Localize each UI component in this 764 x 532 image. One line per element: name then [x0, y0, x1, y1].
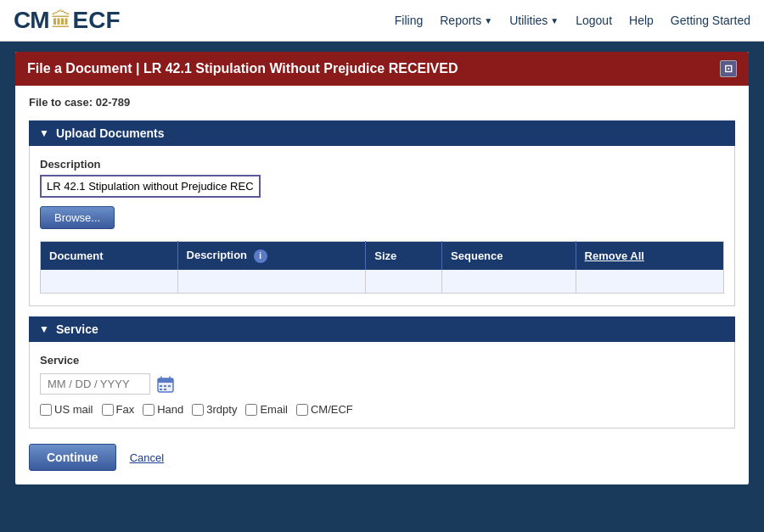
email-group: Email	[245, 403, 288, 416]
cm-ecf-checkbox[interactable]	[296, 404, 308, 416]
documents-table: Document Description i Size Sequence Rem…	[40, 241, 724, 294]
service-toggle-icon[interactable]: ▼	[39, 323, 49, 335]
remove-all-link[interactable]: Remove All	[585, 249, 644, 262]
nav-help[interactable]: Help	[629, 14, 654, 27]
us-mail-checkbox[interactable]	[40, 404, 52, 416]
seq-cell	[442, 270, 576, 294]
dialog-expand-button[interactable]: ⊡	[720, 60, 737, 77]
nav-utilities[interactable]: Utilities ▼	[509, 14, 559, 27]
nav-filing[interactable]: Filing	[395, 14, 423, 27]
3rdpty-group: 3rdpty	[192, 403, 237, 416]
svg-rect-7	[160, 389, 162, 390]
cm-ecf-group: CM/ECF	[296, 403, 353, 416]
3rdpty-checkbox[interactable]	[192, 404, 204, 416]
cancel-link[interactable]: Cancel	[130, 451, 164, 464]
svg-rect-4	[160, 385, 162, 387]
service-section-title: Service	[56, 322, 98, 336]
table-empty-row	[41, 270, 724, 294]
svg-rect-8	[164, 389, 166, 390]
logo-building-icon: 🏛	[51, 8, 71, 32]
table-header-row: Document Description i Size Sequence Rem…	[41, 242, 724, 270]
svg-rect-6	[168, 385, 171, 387]
logo: CM 🏛 ECF	[14, 7, 121, 34]
service-field-label: Service	[40, 354, 724, 367]
upload-section-title: Upload Documents	[56, 126, 165, 140]
nav-logout[interactable]: Logout	[576, 14, 612, 27]
logo-ecf-text: ECF	[73, 7, 121, 34]
svg-rect-5	[164, 385, 166, 387]
service-checkboxes: US mail Fax Hand 3rdpty	[40, 403, 724, 416]
email-label: Email	[260, 403, 288, 416]
dialog-box: File a Document | LR 42.1 Stipulation Wi…	[14, 50, 750, 486]
nav-getting-started[interactable]: Getting Started	[671, 14, 750, 27]
service-section: ▼ Service Service	[29, 316, 735, 428]
fax-checkbox[interactable]	[102, 404, 114, 416]
description-input[interactable]	[40, 175, 261, 198]
dialog-title: File a Document | LR 42.1 Stipulation Wi…	[27, 61, 458, 76]
date-row	[40, 373, 724, 395]
nav-links: Filing Reports ▼ Utilities ▼ Logout Help…	[395, 14, 750, 27]
nav-reports[interactable]: Reports ▼	[440, 14, 492, 27]
continue-button[interactable]: Continue	[29, 444, 116, 471]
hand-group: Hand	[143, 403, 183, 416]
col-document: Document	[41, 242, 178, 270]
col-remove-all: Remove All	[576, 242, 723, 270]
browse-button[interactable]: Browse...	[40, 206, 115, 229]
file-to-case: File to case: 02-789	[29, 96, 735, 109]
calendar-icon[interactable]	[155, 374, 176, 395]
description-label: Description	[40, 158, 724, 171]
dialog-title-bar: File a Document | LR 42.1 Stipulation Wi…	[15, 52, 749, 86]
upload-documents-section: ▼ Upload Documents Description Browse...…	[29, 120, 735, 306]
utilities-dropdown-arrow: ▼	[550, 16, 559, 25]
bottom-buttons: Continue Cancel	[29, 440, 735, 471]
fax-label: Fax	[116, 403, 135, 416]
fax-group: Fax	[102, 403, 135, 416]
action-cell	[576, 270, 723, 294]
svg-rect-1	[158, 378, 173, 383]
hand-label: Hand	[157, 403, 183, 416]
logo-cm-text: CM	[14, 7, 49, 34]
service-section-header: ▼ Service	[29, 316, 735, 342]
us-mail-group: US mail	[40, 403, 93, 416]
us-mail-label: US mail	[54, 403, 93, 416]
service-date-input[interactable]	[40, 373, 150, 395]
top-navigation: CM 🏛 ECF Filing Reports ▼ Utilities ▼ Lo…	[0, 0, 764, 42]
case-number: 02-789	[96, 96, 130, 109]
3rdpty-label: 3rdpty	[206, 403, 237, 416]
hand-checkbox[interactable]	[143, 404, 154, 416]
upload-toggle-icon[interactable]: ▼	[39, 127, 49, 139]
size-cell	[366, 270, 442, 294]
col-size: Size	[366, 242, 442, 270]
cm-ecf-label: CM/ECF	[311, 403, 353, 416]
upload-section-header: ▼ Upload Documents	[29, 120, 735, 146]
email-checkbox[interactable]	[245, 404, 257, 416]
col-description: Description i	[177, 242, 366, 270]
doc-cell	[41, 270, 178, 294]
upload-section-content: Description Browse... Document Descripti…	[29, 146, 735, 306]
reports-dropdown-arrow: ▼	[484, 16, 492, 25]
desc-cell	[177, 270, 366, 294]
service-section-content: Service	[29, 342, 735, 428]
col-sequence: Sequence	[442, 242, 576, 270]
dialog-body: File to case: 02-789 ▼ Upload Documents …	[15, 86, 749, 484]
main-wrapper: File a Document | LR 42.1 Stipulation Wi…	[0, 42, 764, 500]
description-info-icon[interactable]: i	[254, 249, 267, 263]
